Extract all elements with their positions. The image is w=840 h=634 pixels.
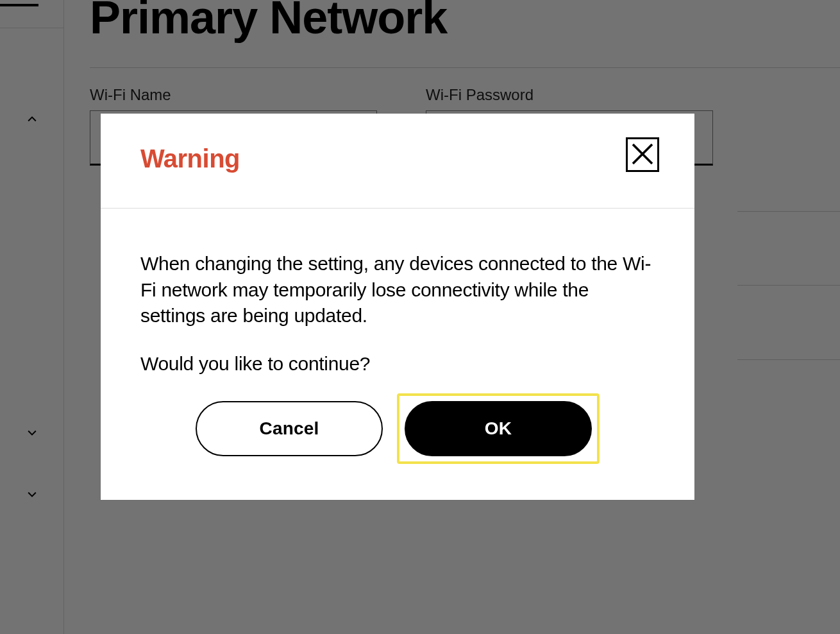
modal-body: When changing the setting, any devices c…: [101, 209, 694, 377]
close-button[interactable]: [626, 137, 659, 172]
modal-body-text-2: Would you like to continue?: [140, 351, 655, 377]
modal-actions: Cancel OK: [101, 393, 694, 464]
cancel-button[interactable]: Cancel: [196, 401, 383, 456]
ok-button-highlight: OK: [397, 393, 600, 464]
modal-title: Warning: [140, 144, 240, 173]
close-icon: [630, 141, 655, 169]
modal-header: Warning: [101, 114, 694, 209]
ok-button[interactable]: OK: [405, 401, 592, 456]
modal-body-text-1: When changing the setting, any devices c…: [140, 251, 655, 329]
warning-modal: Warning When changing the setting, any d…: [101, 114, 694, 500]
